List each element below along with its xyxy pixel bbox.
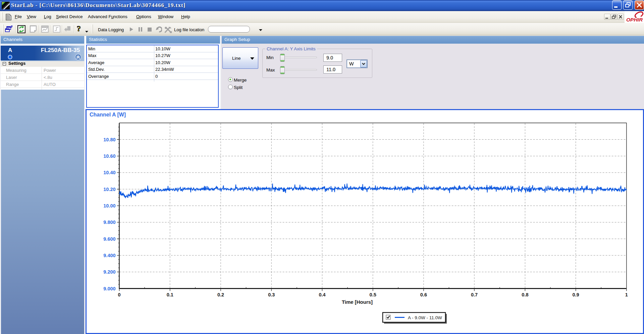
svg-text:9.200: 9.200: [103, 269, 115, 275]
svg-text:0.3: 0.3: [268, 292, 275, 297]
svg-text:10.20: 10.20: [103, 187, 115, 192]
svg-text:9.400: 9.400: [103, 253, 115, 258]
svg-text:0.8: 0.8: [522, 292, 528, 297]
svg-text:0.9: 0.9: [573, 292, 579, 297]
svg-text:OPHIR: OPHIR: [626, 17, 643, 22]
svg-text:9.600: 9.600: [103, 236, 115, 242]
svg-text:10.00: 10.00: [103, 203, 115, 208]
svg-text:0.1: 0.1: [167, 292, 173, 297]
svg-text:10.80: 10.80: [103, 137, 115, 142]
svg-text:0.7: 0.7: [471, 292, 478, 297]
svg-text:0: 0: [118, 292, 121, 297]
svg-text:10.60: 10.60: [103, 153, 115, 159]
svg-text:0.5: 0.5: [370, 292, 376, 297]
svg-text:9.000: 9.000: [103, 286, 115, 291]
svg-text:9.800: 9.800: [103, 220, 115, 225]
svg-text:Time [Hours]: Time [Hours]: [342, 299, 373, 305]
svg-text:1: 1: [625, 292, 628, 297]
svg-text:A - 9.0W - 11.0W: A - 9.0W - 11.0W: [408, 315, 442, 320]
svg-text:10.40: 10.40: [103, 170, 115, 175]
svg-text:0.6: 0.6: [420, 292, 427, 297]
svg-text:0.2: 0.2: [217, 292, 224, 297]
svg-text:0.4: 0.4: [319, 292, 325, 297]
